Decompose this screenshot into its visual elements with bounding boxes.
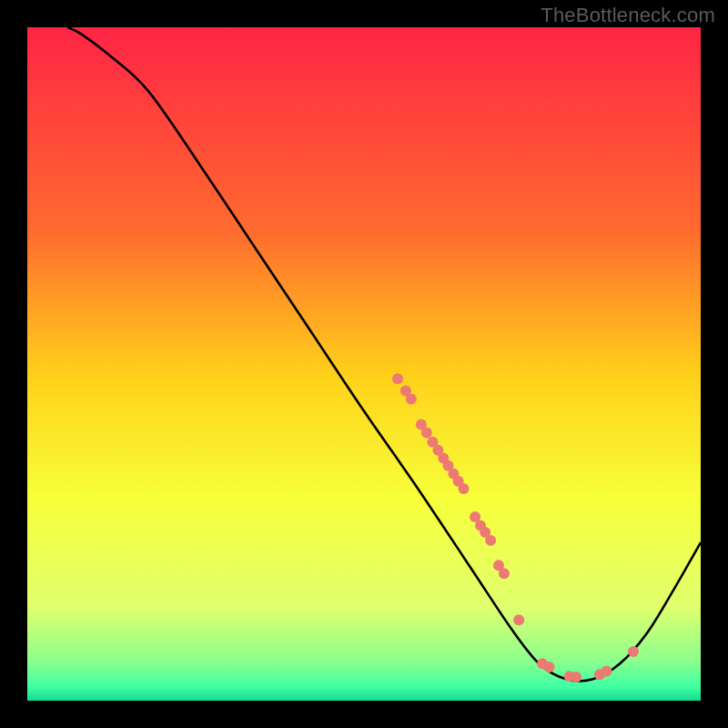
attribution-label: TheBottleneck.com xyxy=(541,4,715,27)
highlight-dot xyxy=(499,568,510,579)
highlight-dot xyxy=(459,483,470,494)
dots-layer xyxy=(27,27,701,701)
highlight-dot xyxy=(485,535,496,546)
plot-area xyxy=(27,27,701,701)
highlight-dot xyxy=(406,393,417,404)
highlight-dot xyxy=(513,614,524,625)
highlight-dot xyxy=(421,427,432,438)
highlight-dot xyxy=(571,672,581,682)
highlight-dots-group xyxy=(392,373,639,682)
highlight-dot xyxy=(544,662,555,672)
highlight-dot xyxy=(628,646,639,657)
chart-container: TheBottleneck.com xyxy=(0,0,728,728)
highlight-dot xyxy=(601,665,612,676)
highlight-dot xyxy=(392,373,403,384)
